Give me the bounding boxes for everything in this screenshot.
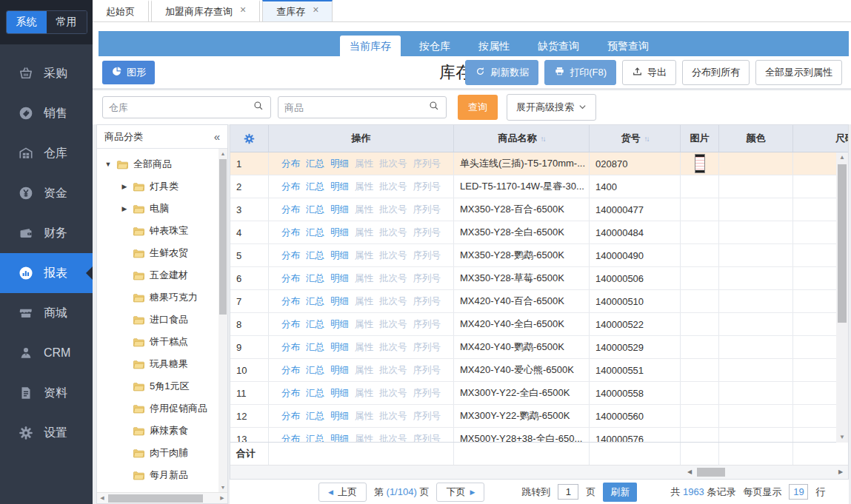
- column-header-image[interactable]: 图片: [681, 125, 719, 152]
- window-tab[interactable]: 加盟商库存查询×: [151, 0, 260, 21]
- column-header-product-name[interactable]: 商品名称 ↑↓: [454, 125, 590, 152]
- view-tab[interactable]: 按仓库: [410, 36, 460, 56]
- tree-vertical-scrollbar[interactable]: ▲ ▼: [218, 149, 227, 492]
- table-vertical-scrollbar[interactable]: ▲ ▼: [836, 152, 848, 443]
- column-header-color[interactable]: 颜色: [719, 125, 793, 152]
- action-link[interactable]: 明细: [330, 318, 349, 331]
- scroll-down-icon[interactable]: ▼: [218, 483, 227, 492]
- table-horizontal-scrollbar[interactable]: ◀ ▶: [230, 465, 848, 479]
- action-link[interactable]: 明细: [330, 295, 349, 308]
- action-link[interactable]: 分布: [281, 318, 300, 331]
- warehouse-search-box[interactable]: [102, 96, 271, 118]
- warehouse-search-input[interactable]: [109, 102, 253, 113]
- search-icon[interactable]: [428, 100, 440, 115]
- product-search-input[interactable]: [284, 102, 428, 113]
- column-header-actions[interactable]: 操作: [269, 125, 454, 152]
- jump-page-input[interactable]: [558, 484, 578, 500]
- column-settings-gear-icon[interactable]: [243, 132, 256, 145]
- action-link[interactable]: 分布: [281, 158, 300, 170]
- action-link[interactable]: 明细: [330, 158, 349, 170]
- action-link[interactable]: 分布: [281, 410, 300, 423]
- scroll-thumb[interactable]: [838, 164, 847, 323]
- close-icon[interactable]: ×: [240, 4, 246, 15]
- table-row[interactable]: 12分布汇总明细属性批次号序列号MX300Y-Y22-鹦鹉-6500K14000…: [230, 405, 848, 428]
- action-link[interactable]: 分布: [281, 181, 300, 193]
- tree-item[interactable]: 钟表珠宝: [97, 220, 227, 242]
- table-row[interactable]: 8分布汇总明细属性批次号序列号MX420-Y40-全白-6500K1400005…: [230, 313, 848, 336]
- action-link[interactable]: 汇总: [306, 295, 324, 308]
- expander-icon[interactable]: ▶: [121, 183, 128, 190]
- action-link[interactable]: 分布: [281, 433, 300, 443]
- tree-item[interactable]: 进口食品: [97, 309, 227, 331]
- print-button[interactable]: 打印(F8): [544, 60, 616, 85]
- scroll-up-icon[interactable]: ▲: [218, 149, 227, 158]
- view-tab[interactable]: 当前库存: [340, 36, 401, 56]
- table-row[interactable]: 11分布汇总明细属性批次号序列号MX300Y-Y22-全白-6500K14000…: [230, 382, 848, 405]
- tree-item[interactable]: 麻辣素食: [97, 420, 227, 442]
- tree-item[interactable]: 饼干糕点: [97, 331, 227, 353]
- tree-item[interactable]: ▼全部商品: [97, 153, 227, 175]
- scroll-right-icon[interactable]: ▶: [835, 466, 847, 479]
- scroll-left-icon[interactable]: ◀: [684, 466, 695, 479]
- tree-item[interactable]: ▶灯具类: [97, 175, 227, 198]
- action-link[interactable]: 明细: [330, 364, 349, 377]
- next-page-button[interactable]: 下页 ▶: [436, 483, 484, 502]
- action-link[interactable]: 明细: [330, 410, 349, 423]
- action-link[interactable]: 汇总: [306, 410, 324, 423]
- action-link[interactable]: 分布: [281, 249, 300, 262]
- export-button[interactable]: 导出: [622, 60, 676, 85]
- tree-item[interactable]: 肉干肉脯: [97, 442, 227, 464]
- sidebar-item-gear[interactable]: 设置: [0, 413, 93, 453]
- scroll-left-icon[interactable]: ◀: [97, 493, 107, 503]
- action-link[interactable]: 汇总: [306, 158, 324, 170]
- sidebar-mode-tab[interactable]: 常用: [47, 11, 87, 33]
- product-thumbnail[interactable]: [695, 154, 705, 173]
- sort-icon[interactable]: ↑↓: [644, 135, 649, 143]
- action-link[interactable]: 汇总: [306, 318, 324, 331]
- view-tab[interactable]: 预警查询: [598, 36, 658, 56]
- collapse-panel-icon[interactable]: «: [214, 130, 220, 143]
- tree-item[interactable]: 糖果巧克力: [97, 286, 227, 309]
- tree-item[interactable]: 玩具糖果: [97, 353, 227, 375]
- search-icon[interactable]: [253, 100, 264, 115]
- sidebar-item-store[interactable]: 商城: [0, 293, 93, 333]
- column-header-product-code[interactable]: 货号 ↑↓: [590, 125, 681, 152]
- action-link[interactable]: 明细: [330, 272, 349, 285]
- scroll-thumb[interactable]: [108, 494, 203, 503]
- window-tab[interactable]: 查库存×: [262, 0, 333, 21]
- scroll-down-icon[interactable]: ▼: [836, 432, 848, 443]
- sidebar-item-person[interactable]: CRM: [0, 333, 93, 373]
- action-link[interactable]: 汇总: [306, 226, 324, 239]
- product-search-box[interactable]: [278, 96, 447, 118]
- sidebar-item-tag[interactable]: 销售: [0, 93, 93, 133]
- scroll-thumb[interactable]: [697, 468, 725, 477]
- chart-button[interactable]: 图形: [102, 61, 155, 84]
- sidebar-mode-tab[interactable]: 系统: [7, 11, 47, 33]
- action-link[interactable]: 明细: [330, 249, 349, 262]
- action-link[interactable]: 汇总: [306, 181, 324, 193]
- tree-item[interactable]: 5角1元区: [97, 375, 227, 397]
- action-link[interactable]: 分布: [281, 341, 300, 354]
- action-link[interactable]: 汇总: [306, 433, 324, 443]
- distribute-all-button[interactable]: 分布到所有: [682, 60, 750, 85]
- scroll-thumb[interactable]: [219, 159, 227, 315]
- column-header-size[interactable]: 尺码: [793, 125, 848, 152]
- tree-item[interactable]: 五金建材: [97, 264, 227, 286]
- sidebar-item-basket[interactable]: 采购: [0, 53, 93, 93]
- action-link[interactable]: 明细: [330, 204, 349, 216]
- tree-item[interactable]: 每月新品: [97, 464, 227, 486]
- view-tab[interactable]: 按属性: [469, 36, 519, 56]
- expander-icon[interactable]: ▼: [104, 161, 112, 168]
- table-row[interactable]: 2分布汇总明细属性批次号序列号LED-T5-1170-14W-星睿-30...1…: [230, 175, 848, 198]
- action-link[interactable]: 汇总: [306, 204, 324, 216]
- table-row[interactable]: 7分布汇总明细属性批次号序列号MX420-Y40-百合-6500K1400005…: [230, 290, 848, 313]
- tree-item[interactable]: 生鲜农贸: [97, 242, 227, 264]
- action-link[interactable]: 汇总: [306, 364, 324, 377]
- scroll-right-icon[interactable]: ▶: [217, 493, 227, 503]
- action-link[interactable]: 分布: [281, 272, 300, 285]
- sidebar-item-chart[interactable]: 报表: [0, 253, 93, 293]
- show-all-attrs-button[interactable]: 全部显示到属性: [755, 60, 842, 85]
- close-icon[interactable]: ×: [313, 4, 318, 15]
- table-row[interactable]: 9分布汇总明细属性批次号序列号MX420-Y40-鹦鹉-6500K1400005…: [230, 336, 848, 359]
- scroll-up-icon[interactable]: ▲: [836, 152, 848, 163]
